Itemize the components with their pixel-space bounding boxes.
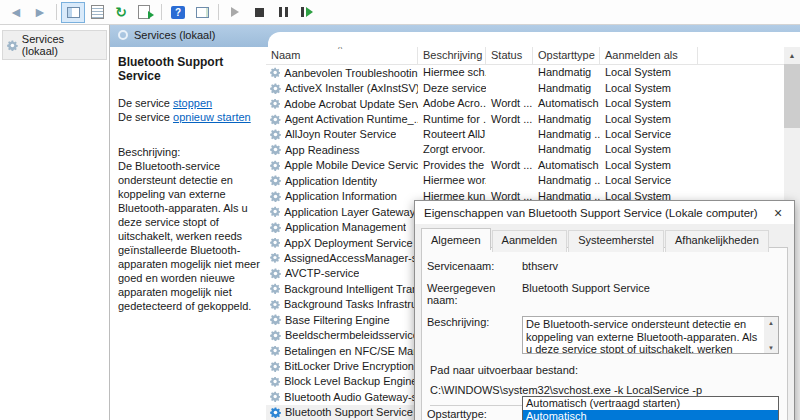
service-startup-type: Handmatig ...	[533, 173, 600, 188]
service-status	[486, 127, 533, 142]
services-header-title: Services (lokaal)	[134, 29, 215, 41]
service-icon	[270, 83, 281, 94]
service-icon	[270, 160, 280, 171]
service-description: Deze service ...	[418, 81, 486, 96]
service-name: Base Filtering Engine	[285, 314, 390, 326]
column-header-aanmelden-als[interactable]: Aanmelden als	[600, 47, 698, 64]
path-value: C:\WINDOWS\system32\svchost.exe -k Local…	[430, 384, 779, 396]
service-icon	[270, 361, 280, 372]
service-logon-as: Local Service	[600, 173, 698, 188]
service-name-label: Servicenaam:	[427, 260, 522, 272]
service-icon	[270, 144, 281, 155]
startup-option[interactable]: Automatisch (vertraagd starten)	[523, 397, 778, 410]
table-row[interactable]: App Readiness Zorgt ervoor... Handmatig …	[266, 142, 784, 157]
table-row[interactable]: Apple Mobile Device Service Provides the…	[266, 158, 784, 173]
stop-service-line: De service stoppen	[118, 97, 260, 109]
service-name: Application Identity	[285, 175, 377, 187]
dialog-titlebar[interactable]: Eigenschappen van Bluetooth Support Serv…	[415, 201, 794, 224]
pause-service-icon[interactable]	[271, 2, 295, 23]
service-name: Application Layer Gateway ...	[284, 206, 418, 218]
service-status	[486, 65, 533, 80]
restart-service-link[interactable]: opnieuw starten	[173, 111, 251, 123]
service-name: BitLocker Drive Encryption ...	[284, 360, 418, 372]
service-name: AllJoyn Router Service	[285, 128, 396, 140]
scrollbar-thumb[interactable]	[784, 64, 800, 128]
properties-dialog: Eigenschappen van Bluetooth Support Serv…	[414, 200, 795, 420]
service-logon-as: Local System	[600, 96, 698, 111]
back-icon[interactable]	[4, 2, 28, 23]
service-logon-as: Local System	[600, 158, 698, 173]
service-icon	[270, 114, 281, 125]
service-icon	[270, 67, 280, 78]
tab-aanmelden[interactable]: Aanmelden	[492, 230, 568, 252]
show-action-pane-icon[interactable]	[190, 2, 214, 23]
service-startup-type: Handmatig	[533, 65, 600, 80]
textbox-scrollbar[interactable]: ▲ ▼	[764, 317, 778, 353]
column-header-status[interactable]: Status	[486, 47, 533, 64]
service-name: Beeldschermbeleidsservice	[285, 329, 418, 341]
service-startup-type: Handmatig	[533, 112, 600, 127]
tab-algemeen[interactable]: Algemeen	[421, 228, 491, 250]
sort-ascending-icon: ^	[338, 47, 342, 54]
startup-option[interactable]: Automatisch	[523, 410, 778, 420]
start-service-icon[interactable]	[223, 2, 247, 23]
dialog-description-label: Beschrijving:	[427, 316, 522, 354]
table-row[interactable]: ActiveX Installer (AxInstSV) Deze servic…	[266, 80, 784, 95]
service-startup-type: Handmatig	[533, 142, 600, 157]
table-row[interactable]: AllJoyn Router Service Routeert AllJ... …	[266, 127, 784, 142]
service-status	[486, 142, 533, 157]
description-textbox[interactable]: De Bluetooth-service ondersteunt detecti…	[522, 316, 779, 354]
table-row[interactable]: Adobe Acrobat Update Serv... Adobe Acro.…	[266, 96, 784, 111]
tree-item-services-local[interactable]: Services (lokaal)	[2, 30, 107, 60]
service-status	[486, 173, 533, 188]
scroll-up-icon[interactable]: ▲	[784, 47, 800, 63]
table-row[interactable]: Application Identity Hiermee wor... Hand…	[266, 173, 784, 188]
properties-icon[interactable]	[85, 2, 109, 23]
service-name: AVCTP-service	[285, 267, 359, 279]
column-header-beschrijving[interactable]: Beschrijving	[418, 47, 486, 64]
stop-service-link[interactable]: stoppen	[173, 97, 212, 109]
tab-afhankelijkheden[interactable]: Afhankelijkheden	[665, 230, 769, 252]
services-panel-header: Services (lokaal)	[110, 25, 800, 47]
service-icon	[270, 191, 281, 202]
close-icon[interactable]: ×	[762, 201, 794, 224]
header-white-cap	[268, 32, 800, 48]
table-row[interactable]: Aanbevolen Troubleshootin... Hiermee sch…	[266, 65, 784, 80]
service-name: Background Intelligent Tran...	[284, 283, 418, 295]
service-name: Bluetooth Audio Gateway-s...	[284, 391, 418, 403]
service-name: Agent Activation Runtime_...	[285, 113, 418, 125]
service-icon	[270, 268, 281, 279]
service-icon	[270, 252, 280, 263]
toolbar	[0, 0, 800, 25]
selected-service-title: Bluetooth Support Service	[118, 55, 260, 83]
extended-description-pane: Bluetooth Support Service De service sto…	[110, 47, 266, 420]
service-name: Bluetooth Support Service	[285, 406, 413, 418]
service-icon	[270, 175, 281, 186]
table-row[interactable]: Agent Activation Runtime_... Runtime for…	[266, 111, 784, 126]
service-logon-as: Local Service	[600, 127, 698, 142]
show-console-tree-icon[interactable]	[61, 2, 85, 23]
export-list-icon[interactable]	[133, 2, 157, 23]
scroll-up-icon[interactable]: ▲	[764, 317, 778, 328]
service-name: Adobe Acrobat Update Serv...	[284, 98, 418, 110]
section-divider	[430, 405, 522, 406]
list-header: ^ NaamBeschrijvingStatusOpstarttypeAanme…	[266, 47, 800, 65]
service-name: Betalingen en NFC/SE Man...	[284, 345, 418, 357]
service-status	[486, 81, 533, 96]
tab-page-general: Servicenaam: bthserv Weergegeven naam: B…	[421, 247, 788, 420]
tab-systeemherstel[interactable]: Systeemherstel	[568, 230, 664, 252]
column-header-opstarttype[interactable]: Opstarttype	[533, 47, 600, 64]
help-icon[interactable]	[166, 2, 190, 23]
service-icon	[270, 98, 280, 109]
display-name-value: Bluetooth Support Service	[522, 282, 779, 306]
service-name: Aanbevolen Troubleshootin...	[284, 67, 418, 79]
service-icon	[270, 299, 280, 310]
service-name: ActiveX Installer (AxInstSV)	[285, 82, 418, 94]
service-logon-as: Local System	[600, 142, 698, 157]
refresh-icon[interactable]	[109, 2, 133, 23]
forward-icon[interactable]	[28, 2, 52, 23]
scroll-down-icon[interactable]: ▼	[764, 342, 778, 353]
restart-service-icon[interactable]	[295, 2, 319, 23]
stop-service-icon[interactable]	[247, 2, 271, 23]
service-startup-type: Handmatig	[533, 81, 600, 96]
